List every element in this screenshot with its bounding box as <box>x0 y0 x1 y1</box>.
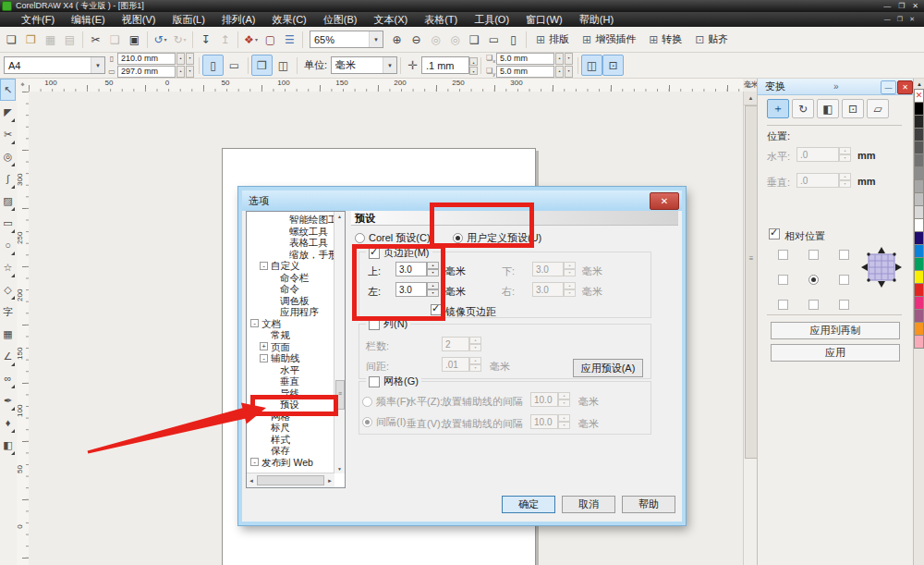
copy-icon[interactable]: ❑ <box>105 30 125 49</box>
paper-width-field[interactable]: 210.0 mm <box>117 53 176 65</box>
menu-item[interactable]: 效果(C) <box>264 12 315 27</box>
ok-button[interactable]: 确定 <box>502 496 555 513</box>
columns-checkbox[interactable] <box>369 319 380 330</box>
no-color-swatch[interactable]: ✕ <box>914 89 924 103</box>
scroll-up-icon[interactable]: ▲ <box>744 92 758 105</box>
color-swatch[interactable] <box>914 257 924 271</box>
anchor-left[interactable] <box>778 275 788 285</box>
tree-item[interactable]: -文档 <box>248 318 335 330</box>
anchor-center[interactable] <box>808 275 819 285</box>
grid-horizontal-spinner[interactable]: ▴▾ <box>558 392 570 407</box>
vertical-ruler[interactable]: 300250200150100500 <box>17 92 30 565</box>
horizontal-field[interactable]: .0 <box>796 147 839 162</box>
tool-eyedropper[interactable]: ✒ <box>0 389 16 411</box>
color-swatch[interactable] <box>914 128 924 141</box>
facing-pages-button[interactable]: ◫ <box>273 55 294 76</box>
mirror-margins-checkbox[interactable] <box>431 304 442 315</box>
tool-dimension[interactable]: ∠ <box>0 345 16 367</box>
zoom-level-combo[interactable]: 65% ▼ <box>310 31 383 48</box>
relative-position-checkbox[interactable] <box>769 228 780 240</box>
scroll-left-icon[interactable]: ◄ <box>247 478 256 484</box>
corel-preset-radio[interactable]: Corel 预设(C) <box>355 231 431 245</box>
radio-icon[interactable] <box>362 417 372 427</box>
grid-vertical-field[interactable]: 10.0 <box>530 414 558 429</box>
apply-preset-button[interactable]: 应用预设(A) <box>573 359 643 377</box>
anchor-bottom[interactable] <box>808 300 819 310</box>
scale-mirror-tool-button[interactable]: ◧ <box>817 99 839 118</box>
tree-item[interactable]: +页面 <box>248 341 335 353</box>
scrollbar-thumb[interactable] <box>257 475 324 485</box>
scroll-right-icon[interactable]: ► <box>325 478 334 484</box>
import-icon[interactable]: ↧ <box>196 30 215 49</box>
color-swatch[interactable] <box>914 141 924 154</box>
color-swatch[interactable] <box>914 166 924 180</box>
tree-item[interactable]: -辅助线 <box>248 352 335 364</box>
docker-close-icon[interactable]: ✕ <box>897 80 913 94</box>
color-swatch[interactable] <box>914 283 924 297</box>
tree-item[interactable]: 预设 <box>248 399 335 411</box>
color-swatch[interactable] <box>914 154 924 167</box>
vertical-field[interactable]: .0 <box>796 173 839 188</box>
menu-item[interactable]: 位图(B) <box>315 12 366 27</box>
tree-expander-icon[interactable]: - <box>260 262 268 270</box>
margin-bottom-field[interactable]: 3.0 <box>532 262 564 276</box>
color-swatch[interactable] <box>914 322 924 336</box>
color-swatch[interactable] <box>914 192 924 206</box>
radio-icon[interactable] <box>362 397 372 407</box>
ruler-origin-button[interactable]: ⌖ <box>17 79 30 92</box>
tree-item[interactable]: 调色板 <box>248 295 335 307</box>
color-swatch[interactable] <box>914 296 924 310</box>
menu-item[interactable]: 窗口(W) <box>517 12 571 27</box>
tree-item[interactable]: 标尺 <box>248 422 335 434</box>
margin-right-field[interactable]: 3.0 <box>532 282 564 297</box>
tree-item[interactable]: 缩放，手形工具 <box>248 249 335 261</box>
anchor-right[interactable] <box>839 275 849 285</box>
color-swatch[interactable] <box>914 218 924 232</box>
menu-item[interactable]: 文本(X) <box>365 12 416 27</box>
color-swatch[interactable] <box>914 179 924 193</box>
radio-icon[interactable] <box>355 233 365 243</box>
tree-vertical-scrollbar[interactable]: ▲ ≡ ▼ <box>334 212 345 473</box>
column-gap-field[interactable]: .01 <box>442 357 469 372</box>
docker-minimize-icon[interactable]: — <box>881 80 896 94</box>
margin-right-spinner[interactable]: ▴▾ <box>564 282 576 297</box>
paper-height-field[interactable]: 297.0 mm <box>117 66 176 78</box>
anchor-top-left[interactable] <box>778 250 788 260</box>
tool-smart-fill[interactable]: ▨ <box>0 190 16 212</box>
duplicate-x-spinner[interactable]: ▴▾ <box>555 53 573 65</box>
tool-outline[interactable]: ♦ <box>0 411 16 434</box>
tool-text[interactable]: 字 <box>0 301 16 323</box>
print-icon[interactable]: ▤ <box>60 30 79 49</box>
tool-basic-shapes[interactable]: ◇ <box>0 278 16 301</box>
zoom-all-icon[interactable]: ◎ <box>445 30 465 49</box>
interval-radio[interactable]: 间隔(I) <box>362 415 406 429</box>
tree-item[interactable]: -自定义 <box>248 260 335 272</box>
canvas-vertical-scrollbar[interactable]: ▲ ≡ <box>743 92 758 565</box>
tree-expander-icon[interactable]: - <box>250 458 259 466</box>
new-icon[interactable]: ❏ <box>2 30 21 49</box>
menu-item[interactable]: 排列(A) <box>213 12 264 27</box>
tool-crop[interactable]: ✂ <box>0 123 16 145</box>
tree-item[interactable]: 网格 <box>248 411 335 423</box>
scrollbar-thumb[interactable]: ≡ <box>335 380 345 410</box>
menu-item[interactable]: 表格(T) <box>416 12 466 27</box>
nudge-field[interactable]: .1 mm <box>421 56 469 74</box>
typesetting-button[interactable]: ⊞排版 <box>529 30 576 49</box>
snap-button[interactable]: ⊡贴齐 <box>688 30 735 49</box>
tool-blend[interactable]: ∞ <box>0 367 16 389</box>
dialog-title-bar[interactable]: 选项 <box>242 190 682 211</box>
tree-item[interactable]: 常规 <box>248 329 335 341</box>
portrait-button[interactable]: ▯ <box>202 55 224 76</box>
tree-item[interactable]: 螺纹工具 <box>248 226 335 238</box>
position-tool-button[interactable]: ＋ <box>767 99 789 118</box>
zoom-out-icon[interactable]: ⊖ <box>407 30 426 49</box>
export-icon[interactable]: ↥ <box>215 30 235 49</box>
tool-ellipse[interactable]: ○ <box>0 234 16 256</box>
color-swatch[interactable] <box>914 309 924 323</box>
tool-fill[interactable]: ◧ <box>0 434 16 456</box>
scroll-up-icon[interactable]: ▲ <box>334 212 345 221</box>
margin-top-spinner[interactable]: ▴▾ <box>427 262 439 276</box>
view-options-icon[interactable]: ☰ <box>280 30 299 49</box>
zoom-page-icon[interactable]: ❑ <box>465 30 484 49</box>
doc-minimize-icon[interactable]: — <box>884 16 891 23</box>
